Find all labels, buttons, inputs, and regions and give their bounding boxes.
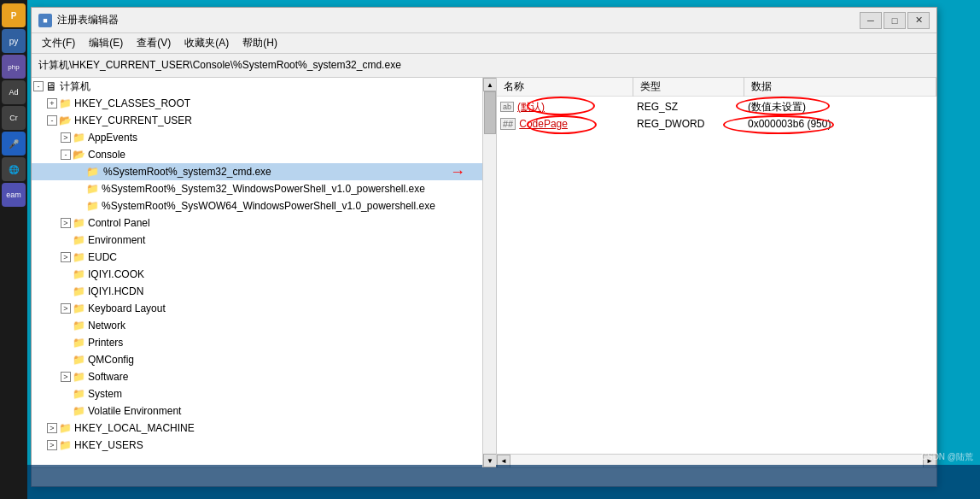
sidebar: P py php Ad Cr 🎤 🌐 eam (0, 0, 27, 499)
sidebar-icon-p[interactable]: P (2, 3, 26, 27)
folder-icon-controlpanel: 📁 (73, 217, 85, 229)
expand-console[interactable]: - (61, 150, 71, 160)
sidebar-icon-cr[interactable]: Cr (2, 106, 26, 130)
tree-item-hkcr[interactable]: + 📁 HKEY_CLASSES_ROOT (32, 95, 482, 112)
sidebar-icon-ad[interactable]: Ad (2, 80, 26, 104)
folder-icon-hku: 📁 (59, 439, 72, 451)
expand-software[interactable]: > (61, 372, 71, 382)
tree-label-ps1: %SystemRoot%_System32_WindowsPowerShell_… (102, 183, 425, 195)
folder-icon-hklm: 📁 (59, 422, 72, 434)
tree-panel[interactable]: ▲ ▼ - 🖥 计算机 + 📁 HKEY (32, 78, 497, 467)
tree-item-appevents[interactable]: > 📁 AppEvents (32, 129, 482, 146)
data-name-codepage: ## CodePage (500, 118, 637, 130)
tree-item-hklm[interactable]: > 📁 HKEY_LOCAL_MACHINE (32, 420, 482, 437)
expand-hklm[interactable]: > (47, 423, 57, 433)
tree-item-printers[interactable]: 📁 Printers (32, 334, 482, 351)
folder-icon-iqiyihcdn: 📁 (73, 285, 85, 297)
window-title: 注册表编辑器 (57, 13, 119, 27)
main-content: ▲ ▼ - 🖥 计算机 + 📁 HKEY (32, 78, 936, 467)
tree-label-controlpanel: Control Panel (88, 217, 150, 229)
tree-item-controlpanel[interactable]: > 📁 Control Panel (32, 214, 482, 232)
menu-favorites[interactable]: 收藏夹(A) (178, 34, 236, 53)
menu-file[interactable]: 文件(F) (35, 34, 82, 53)
tree-item-volatile[interactable]: 📁 Volatile Environment (32, 402, 482, 420)
app-icon: ■ (38, 14, 52, 27)
tree-label-console: Console (88, 149, 125, 161)
folder-icon-iqiyicook: 📁 (73, 268, 85, 280)
folder-icon-hkcr: 📁 (59, 97, 72, 109)
folder-icon-environment: 📁 (73, 234, 85, 246)
tree-label-printers: Printers (88, 337, 123, 349)
tree-item-ps1[interactable]: 📁 %SystemRoot%_System32_WindowsPowerShel… (32, 180, 482, 197)
title-bar: ■ 注册表编辑器 ─ □ ✕ (32, 8, 936, 33)
tree-label-system: System (88, 388, 122, 400)
tree-label-hkcr: HKEY_CLASSES_ROOT (74, 97, 190, 109)
data-row-codepage[interactable]: ## CodePage REG_DWORD 0x000003b6 (950) (497, 115, 936, 132)
folder-icon-network: 📁 (73, 320, 85, 332)
expand-controlpanel[interactable]: > (61, 218, 71, 228)
folder-icon-ps1: 📁 (86, 183, 99, 195)
menu-help[interactable]: 帮助(H) (236, 34, 284, 53)
tree-item-environment[interactable]: 📁 Environment (32, 232, 482, 249)
tree-item-iqiyihcdn[interactable]: 📁 IQIYI.HCDN (32, 283, 482, 300)
minimize-button[interactable]: ─ (860, 12, 882, 29)
title-bar-controls: ─ □ ✕ (860, 12, 930, 29)
sidebar-icon-team[interactable]: eam (2, 183, 26, 207)
desktop: P py php Ad Cr 🎤 🌐 eam ■ 注册表编辑器 ─ □ ✕ 文件… (0, 0, 980, 499)
scroll-up-arrow[interactable]: ▲ (483, 78, 497, 91)
tree-label-ps2: %SystemRoot%_SysWOW64_WindowsPowerShell_… (102, 200, 435, 212)
tree-item-cmd[interactable]: 📁 %SystemRoot%_system32_cmd.exe → (32, 163, 482, 180)
scroll-down-arrow[interactable]: ▼ (483, 454, 497, 467)
folder-icon-eudc: 📁 (73, 251, 85, 263)
menu-edit[interactable]: 编辑(E) (82, 34, 130, 53)
sidebar-icon-py[interactable]: py (2, 29, 26, 53)
tree-label-hkcu: HKEY_CURRENT_USER (74, 114, 192, 126)
tree-item-eudc[interactable]: > 📁 EUDC (32, 249, 482, 266)
menu-view[interactable]: 查看(V) (130, 34, 178, 53)
tree-item-console[interactable]: - 📂 Console (32, 146, 482, 163)
sidebar-icon-mic[interactable]: 🎤 (2, 132, 26, 156)
title-bar-left: ■ 注册表编辑器 (38, 13, 119, 27)
folder-icon-system: 📁 (73, 388, 85, 400)
computer-icon: 🖥 (45, 79, 57, 93)
expand-eudc[interactable]: > (61, 252, 71, 262)
data-type-default: REG_SZ (637, 101, 748, 113)
scrollbar-thumb[interactable] (484, 91, 496, 134)
tree-item-iqiyicook[interactable]: 📁 IQIYI.COOK (32, 266, 482, 283)
tree-label-iqiyihcdn: IQIYI.HCDN (88, 285, 143, 297)
maximize-button[interactable]: □ (884, 12, 906, 29)
column-headers: 名称 类型 数据 (497, 78, 936, 97)
tree-item-network[interactable]: 📁 Network (32, 317, 482, 334)
expand-keyboard[interactable]: > (61, 303, 71, 314)
tree-scrollbar[interactable]: ▲ ▼ (482, 78, 496, 467)
tree-item-system[interactable]: 📁 System (32, 385, 482, 402)
expand-hkcr[interactable]: + (47, 98, 57, 109)
data-name-default: ab (默认) (500, 100, 637, 114)
data-row-default[interactable]: ab (默认) REG_SZ (数值未设置) (497, 98, 936, 115)
right-panel-content[interactable]: ab (默认) REG_SZ (数值未设置) ## CodePage REG_D… (497, 97, 936, 454)
tree-item-qmconfig[interactable]: 📁 QMConfig (32, 351, 482, 368)
tree-item-software[interactable]: > 📁 Software (32, 368, 482, 385)
right-panel: 名称 类型 数据 ab (默认) REG_SZ (数值未设置) (497, 78, 936, 467)
expand-hku[interactable]: > (47, 440, 57, 450)
folder-icon-qmconfig: 📁 (73, 354, 85, 366)
close-button[interactable]: ✕ (907, 12, 930, 29)
folder-icon-cmd: 📁 (86, 166, 99, 178)
tree-label-hku: HKEY_USERS (74, 439, 143, 451)
expand-computer[interactable]: - (33, 81, 44, 91)
tree-item-ps2[interactable]: 📁 %SystemRoot%_SysWOW64_WindowsPowerShel… (32, 197, 482, 214)
address-bar: 计算机\HKEY_CURRENT_USER\Console\%SystemRoo… (32, 54, 936, 78)
col-header-name: 名称 (497, 78, 633, 97)
tree-item-computer[interactable]: - 🖥 计算机 (32, 78, 482, 95)
expand-appevents[interactable]: > (61, 132, 71, 143)
tree-item-hku[interactable]: > 📁 HKEY_USERS (32, 437, 482, 454)
expand-hkcu[interactable]: - (47, 115, 57, 126)
sidebar-icon-net[interactable]: 🌐 (2, 157, 26, 181)
tree-item-keyboard[interactable]: > 📁 Keyboard Layout (32, 300, 482, 317)
tree-label-iqiyicook: IQIYI.COOK (88, 268, 144, 280)
tree-item-hkcu[interactable]: - 📂 HKEY_CURRENT_USER (32, 112, 482, 129)
sidebar-icon-php[interactable]: php (2, 55, 26, 79)
tree-label-keyboard: Keyboard Layout (88, 302, 166, 314)
tree-content: - 🖥 计算机 + 📁 HKEY_CLASSES_ROOT - 📂 (32, 78, 496, 454)
watermark: CSDN @陆荒 (921, 451, 973, 463)
